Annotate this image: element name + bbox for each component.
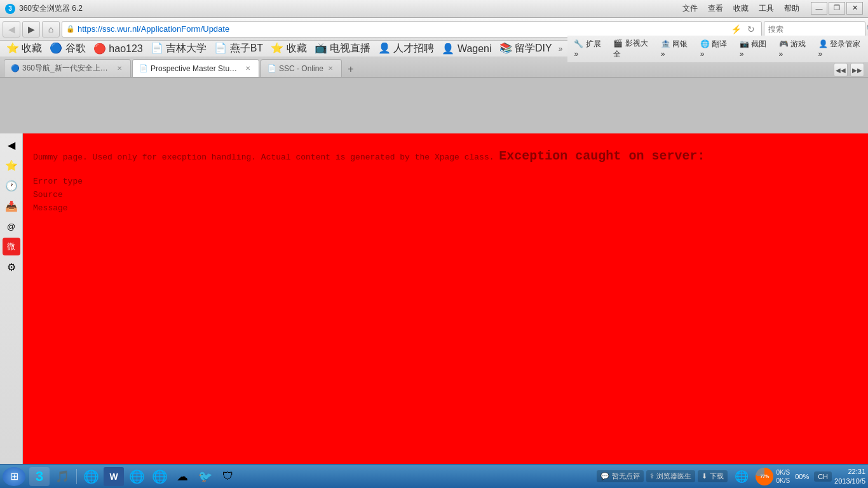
menu-help[interactable]: 帮助 bbox=[779, 2, 804, 15]
bookmarks-more[interactable]: » bbox=[556, 43, 566, 55]
window-controls: 文件 查看 收藏 工具 帮助 — ❐ ✕ bbox=[677, 2, 863, 16]
tab-scroll-left[interactable]: ◀◀ bbox=[834, 63, 848, 77]
tab-prospective[interactable]: 📄 Prospective Master Student ✕ bbox=[132, 59, 259, 77]
error-type-label: Error type bbox=[33, 177, 83, 186]
tab-ssc[interactable]: 📄 SSC - Online ✕ bbox=[261, 59, 342, 77]
percent-display: 00% bbox=[792, 473, 811, 480]
doctor-label: 浏览器医生 bbox=[656, 471, 691, 481]
tab-close-ssc[interactable]: ✕ bbox=[326, 64, 335, 72]
bookmark-google[interactable]: 🔵 谷歌 bbox=[46, 41, 89, 57]
menu-favorites[interactable]: 收藏 bbox=[728, 2, 754, 15]
date: 2013/10/5 bbox=[834, 477, 865, 485]
taskbar-app-360[interactable]: 3 bbox=[29, 467, 50, 486]
taskbar-app-360browser[interactable]: 🌐 bbox=[126, 467, 147, 486]
taskbar-app-shield[interactable]: 🛡 bbox=[218, 467, 238, 486]
network-speed: 0K/S 0K/S bbox=[776, 468, 790, 485]
error-main-text: Dummy page. Used only for execption hand… bbox=[33, 146, 858, 166]
new-tab-button[interactable]: + bbox=[343, 62, 358, 77]
title-bar-left: 3 360安全浏览器 6.2 bbox=[5, 3, 83, 14]
main-content: Dummy page. Used only for execption hand… bbox=[23, 133, 868, 464]
reload-button[interactable]: ⚡ bbox=[729, 23, 742, 36]
minimize-button[interactable]: — bbox=[811, 2, 827, 15]
translate-btn[interactable]: 🌐 翻译 » bbox=[696, 37, 734, 60]
menu-view[interactable]: 查看 bbox=[703, 2, 728, 15]
banking-btn[interactable]: 🏦 网银 » bbox=[657, 37, 695, 60]
games-btn[interactable]: 🎮 游戏 » bbox=[775, 37, 813, 60]
taskbar-app-cloud[interactable]: ☁ bbox=[172, 467, 193, 486]
start-button[interactable]: ⊞ bbox=[3, 467, 25, 486]
taskbar-right: 💬 暂无点评 ⚕ 浏览器医生 ⬇ 下载 🌐 77% 0K/S 0K/S 00% … bbox=[597, 467, 865, 486]
download-btn[interactable]: ⬇ 下载 bbox=[698, 470, 728, 482]
taskbar-app-ie[interactable]: 🌐 bbox=[149, 467, 170, 486]
bookmark-favorites-toggle[interactable]: ⭐ 收藏 bbox=[3, 41, 46, 57]
source-field: Source bbox=[33, 190, 858, 200]
menu-file[interactable]: 文件 bbox=[677, 2, 703, 15]
taskbar-app-word[interactable]: W bbox=[104, 467, 124, 486]
bookmark-yanzibt[interactable]: 📄 燕子BT bbox=[210, 41, 267, 57]
close-button[interactable]: ✕ bbox=[846, 2, 863, 15]
search-input[interactable] bbox=[768, 25, 864, 34]
extensions-btn[interactable]: 🔧 扩展 » bbox=[570, 37, 607, 60]
taskbar-app-media[interactable]: 🎵 bbox=[52, 467, 72, 486]
tab-label-prospective: Prospective Master Student bbox=[151, 64, 241, 73]
system-tray: CH bbox=[814, 471, 832, 482]
taskbar-ie-icon[interactable]: 🌐 bbox=[731, 467, 752, 486]
toolbar-right: 🔧 扩展 » 🎬 影视大全 🏦 网银 » 🌐 翻译 » 📷 截图 » 🎮 游戏 … bbox=[567, 36, 868, 62]
taskbar: ⊞ 3 🎵 🌐 W 🌐 🌐 ☁ 🐦 🛡 💬 暂无点评 ⚕ 浏览器医生 ⬇ 下载 … bbox=[0, 464, 868, 488]
download-icon: ⬇ bbox=[702, 472, 707, 480]
tab-close-prospective[interactable]: ✕ bbox=[243, 64, 252, 72]
tab-scroll-right[interactable]: ▶▶ bbox=[850, 63, 864, 77]
sidebar-mail-btn[interactable]: @ bbox=[3, 217, 20, 235]
speed-down: 0K/S bbox=[776, 477, 790, 485]
sidebar-history-btn[interactable]: 🕐 bbox=[3, 177, 20, 194]
tab-360nav[interactable]: 🔵 360导航_新一代安全上网导航 ✕ bbox=[4, 59, 131, 77]
doctor-icon: ⚕ bbox=[650, 472, 654, 480]
bookmark-collection[interactable]: ⭐ 收藏 bbox=[267, 41, 310, 57]
speed-up: 0K/S bbox=[776, 468, 790, 477]
video-btn[interactable]: 🎬 影视大全 bbox=[609, 37, 654, 61]
download-label: 下载 bbox=[710, 471, 724, 481]
message-label: Message bbox=[33, 203, 68, 213]
title-bar: 3 360安全浏览器 6.2 文件 查看 收藏 工具 帮助 — ❐ ✕ bbox=[0, 0, 868, 18]
refresh-button[interactable]: ↻ bbox=[745, 23, 757, 36]
bookmark-studydiy[interactable]: 📚 留学DIY bbox=[496, 41, 556, 57]
clock: 22:31 2013/10/5 bbox=[834, 467, 865, 485]
sidebar-downloads-btn[interactable]: 📥 bbox=[3, 197, 20, 215]
taskbar-app-chrome[interactable]: 🌐 bbox=[81, 467, 101, 486]
sidebar-collapse-btn[interactable]: ◀ bbox=[3, 136, 20, 154]
forward-button[interactable]: ▶ bbox=[22, 21, 40, 37]
bookmarks-bar: ⭐ 收藏 🔵 谷歌 🔴 hao123 📄 吉林大学 📄 燕子BT ⭐ 收藏 📺 … bbox=[0, 41, 567, 57]
sidebar-settings-btn[interactable]: ⚙ bbox=[3, 258, 20, 276]
home-button[interactable]: ⌂ bbox=[42, 21, 60, 37]
tray-text: 暂无点评 bbox=[612, 471, 640, 481]
sidebar: ◀ ⭐ 🕐 📥 @ 微 ⚙ bbox=[0, 133, 23, 464]
bookmark-wageni[interactable]: 👤 Wageni bbox=[438, 41, 495, 56]
dummy-text: Dummy page. Used only for execption hand… bbox=[33, 152, 494, 162]
bookmark-hao123[interactable]: 🔴 hao123 bbox=[90, 41, 147, 56]
tab-favicon-ssc: 📄 bbox=[268, 64, 276, 73]
bookmark-tvlive[interactable]: 📺 电视直播 bbox=[311, 41, 374, 57]
screenshot-btn[interactable]: 📷 截图 » bbox=[736, 37, 773, 60]
time: 22:31 bbox=[834, 467, 865, 476]
tab-favicon-prospective: 📄 bbox=[139, 64, 148, 73]
back-button[interactable]: ◀ bbox=[3, 21, 20, 37]
sidebar-weibo-btn[interactable]: 微 bbox=[3, 238, 20, 255]
bookmark-jilin[interactable]: 📄 吉林大学 bbox=[147, 41, 210, 57]
login-btn[interactable]: 👤 登录管家 » bbox=[815, 37, 865, 60]
browser-doctor[interactable]: ⚕ 浏览器医生 bbox=[646, 470, 695, 482]
sidebar-favorites-btn[interactable]: ⭐ bbox=[3, 156, 20, 174]
tab-close-360nav[interactable]: ✕ bbox=[115, 64, 124, 72]
restore-button[interactable]: ❐ bbox=[829, 2, 845, 15]
lock-icon: 🔒 bbox=[66, 25, 75, 33]
message-field: Message bbox=[33, 203, 858, 213]
menu-tools[interactable]: 工具 bbox=[754, 2, 779, 15]
menu-bar: 文件 查看 收藏 工具 帮助 bbox=[677, 2, 804, 16]
taskbar-app-bird[interactable]: 🐦 bbox=[195, 467, 215, 486]
tab-favicon-360nav: 🔵 bbox=[11, 64, 20, 73]
input-lang: CH bbox=[818, 473, 828, 480]
source-label: Source bbox=[33, 190, 63, 200]
taskbar-sep1 bbox=[76, 469, 77, 484]
error-content: Dummy page. Used only for execption hand… bbox=[23, 133, 868, 229]
tray-icon: 💬 bbox=[600, 472, 609, 480]
bookmark-jobs[interactable]: 👤 人才招聘 bbox=[374, 41, 438, 57]
